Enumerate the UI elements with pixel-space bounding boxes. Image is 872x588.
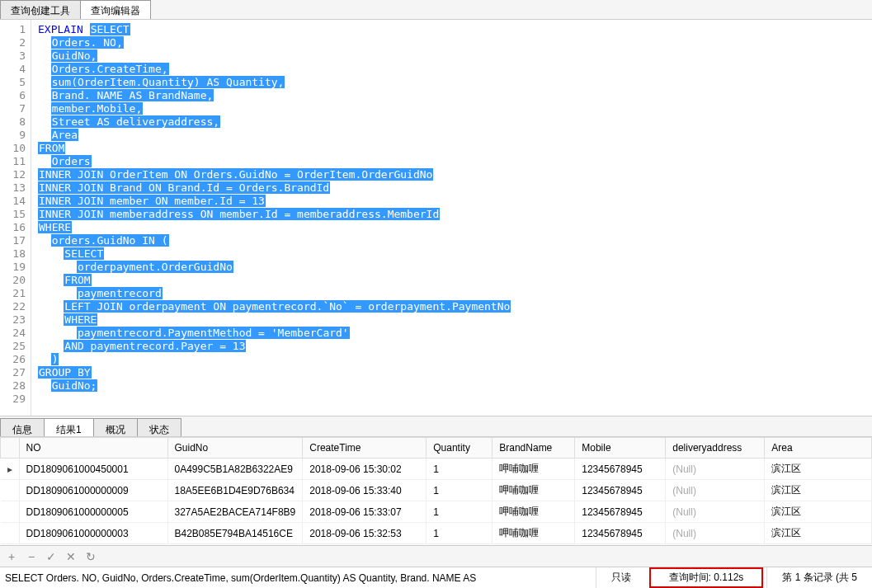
result-grid[interactable]: NOGuidNoCreateTimeQuantityBrandNameMobil…: [0, 437, 872, 545]
cell[interactable]: 2018-09-06 15:33:07: [303, 501, 427, 523]
code-line[interactable]: Street AS deliveryaddress,: [38, 115, 872, 129]
cell[interactable]: DD1809061000000009: [19, 480, 167, 501]
code-line[interactable]: member.Mobile,: [38, 102, 872, 115]
cancel-button[interactable]: ✕: [64, 550, 78, 563]
cell[interactable]: B42B085E794BA14516CE: [167, 523, 303, 544]
tab-query-creator[interactable]: 查询创建工具: [0, 0, 81, 19]
code-line[interactable]: GuidNo;: [38, 379, 872, 393]
code-line[interactable]: Area: [38, 129, 872, 142]
cell[interactable]: (Null): [666, 480, 765, 501]
tab-status[interactable]: 状态: [137, 418, 181, 436]
column-header[interactable]: Quantity: [427, 438, 493, 459]
code-line[interactable]: SELECT: [38, 247, 872, 261]
code-line[interactable]: Brand. NAME AS BrandName,: [38, 89, 872, 102]
grid-header-row: NOGuidNoCreateTimeQuantityBrandNameMobil…: [1, 438, 872, 459]
cell[interactable]: 1: [427, 501, 493, 523]
table-row[interactable]: ▸DD18090610004500010A499C5B1A82B6322AE92…: [1, 459, 872, 480]
tab-profile[interactable]: 概况: [93, 418, 138, 436]
cell[interactable]: (Null): [666, 523, 765, 544]
cell[interactable]: 12345678945: [575, 523, 666, 544]
table-row[interactable]: DD180906100000000918A5EE6B1D4E9D76B63420…: [1, 480, 872, 501]
refresh-button[interactable]: ↻: [84, 550, 97, 563]
cell[interactable]: 2018-09-06 15:32:53: [303, 523, 427, 544]
cell[interactable]: 18A5EE6B1D4E9D76B634: [167, 480, 303, 501]
code-line[interactable]: Orders.CreateTime,: [38, 63, 872, 76]
code-line[interactable]: sum(OrderItem.Quantity) AS Quantity,: [38, 76, 872, 89]
cell[interactable]: 12345678945: [575, 480, 666, 501]
status-bar: SELECT Orders. NO, GuidNo, Orders.Create…: [0, 567, 872, 588]
cell[interactable]: DD1809061000000005: [19, 501, 167, 523]
sql-code-area[interactable]: EXPLAIN SELECT Orders. NO, GuidNo, Order…: [31, 20, 872, 416]
line-number-gutter: 1234567891011121314151617181920212223242…: [0, 20, 31, 416]
status-sql: SELECT Orders. NO, GuidNo, Orders.Create…: [0, 572, 596, 584]
cell[interactable]: 滨江区: [765, 480, 872, 501]
delete-row-button[interactable]: −: [25, 550, 38, 563]
cell[interactable]: 滨江区: [765, 459, 872, 480]
code-line[interactable]: [38, 393, 872, 406]
cell[interactable]: 2018-09-06 15:30:02: [303, 459, 427, 480]
code-line[interactable]: INNER JOIN memberaddress ON member.Id = …: [38, 208, 872, 221]
code-line[interactable]: orders.GuidNo IN (: [38, 234, 872, 247]
code-line[interactable]: WHERE: [38, 221, 872, 234]
status-query-time: 查询时间: 0.112s: [649, 567, 764, 588]
code-line[interactable]: WHERE: [38, 313, 872, 327]
code-line[interactable]: paymentrecord: [38, 287, 872, 300]
code-line[interactable]: ): [38, 353, 872, 366]
cell[interactable]: 0A499C5B1A82B6322AE9: [167, 459, 303, 480]
cell[interactable]: (Null): [666, 459, 765, 480]
table-row[interactable]: DD1809061000000003B42B085E794BA14516CE20…: [1, 523, 872, 544]
column-header[interactable]: Mobile: [575, 438, 666, 459]
column-header[interactable]: deliveryaddress: [666, 438, 765, 459]
tab-info[interactable]: 信息: [0, 418, 45, 436]
cell[interactable]: 12345678945: [575, 501, 666, 523]
cell[interactable]: (Null): [666, 501, 765, 523]
result-tabs: 信息 结果1 概况 状态: [0, 416, 872, 437]
status-record: 第 1 条记录 (共 5: [766, 567, 872, 588]
code-line[interactable]: INNER JOIN OrderItem ON Orders.GuidNo = …: [38, 168, 872, 181]
cell[interactable]: 1: [427, 523, 493, 544]
code-line[interactable]: paymentrecord.PaymentMethod = 'MemberCar…: [38, 327, 872, 340]
grid-toolbar: + − ✓ ✕ ↻: [0, 545, 872, 567]
cell[interactable]: DD1809061000450001: [19, 459, 167, 480]
status-readonly: 只读: [596, 567, 646, 588]
editor-tabs: 查询创建工具 查询编辑器: [0, 0, 872, 20]
code-line[interactable]: FROM: [38, 274, 872, 287]
apply-button[interactable]: ✓: [45, 550, 58, 563]
code-line[interactable]: Orders: [38, 155, 872, 168]
column-header[interactable]: GuidNo: [167, 438, 303, 459]
cell[interactable]: 327A5AE2BACEA714F8B9: [167, 501, 303, 523]
code-line[interactable]: Orders. NO,: [38, 36, 872, 49]
cell[interactable]: 1: [427, 459, 493, 480]
table-row[interactable]: DD1809061000000005327A5AE2BACEA714F8B920…: [1, 501, 872, 523]
code-line[interactable]: GROUP BY: [38, 366, 872, 379]
sql-editor[interactable]: 1234567891011121314151617181920212223242…: [0, 20, 872, 416]
cell[interactable]: DD1809061000000003: [19, 523, 167, 544]
column-header[interactable]: Area: [765, 438, 872, 459]
cell[interactable]: 呷哺咖喱: [493, 480, 575, 501]
cell[interactable]: 2018-09-06 15:33:40: [303, 480, 427, 501]
add-row-button[interactable]: +: [5, 550, 18, 563]
code-line[interactable]: AND paymentrecord.Payer = 13: [38, 340, 872, 353]
cell[interactable]: 呷哺咖喱: [493, 523, 575, 544]
cell[interactable]: 呷哺咖喱: [493, 501, 575, 523]
cell[interactable]: 滨江区: [765, 523, 872, 544]
cell[interactable]: 1: [427, 480, 493, 501]
code-line[interactable]: FROM: [38, 142, 872, 155]
tab-result1[interactable]: 结果1: [44, 418, 94, 436]
column-header[interactable]: CreateTime: [303, 438, 427, 459]
tab-query-editor[interactable]: 查询编辑器: [80, 0, 151, 19]
code-line[interactable]: EXPLAIN SELECT: [38, 23, 872, 36]
cell[interactable]: 12345678945: [575, 459, 666, 480]
code-line[interactable]: INNER JOIN Brand ON Brand.Id = Orders.Br…: [38, 181, 872, 195]
cell[interactable]: 滨江区: [765, 501, 872, 523]
code-line[interactable]: orderpayment.OrderGuidNo: [38, 261, 872, 274]
column-header[interactable]: BrandName: [493, 438, 575, 459]
code-line[interactable]: INNER JOIN member ON member.Id = 13: [38, 195, 872, 208]
cell[interactable]: 呷哺咖喱: [493, 459, 575, 480]
column-header[interactable]: NO: [19, 438, 167, 459]
code-line[interactable]: GuidNo,: [38, 49, 872, 63]
code-line[interactable]: LEFT JOIN orderpayment ON paymentrecord.…: [38, 300, 872, 313]
